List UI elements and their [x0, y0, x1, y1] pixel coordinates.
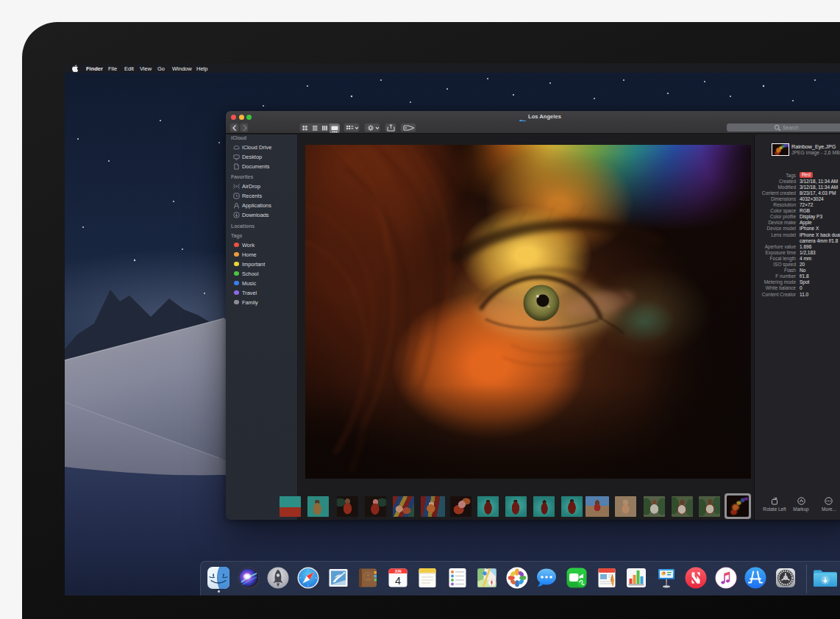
svg-text:4: 4 — [394, 575, 400, 587]
svg-text:JUN: JUN — [394, 570, 402, 573]
